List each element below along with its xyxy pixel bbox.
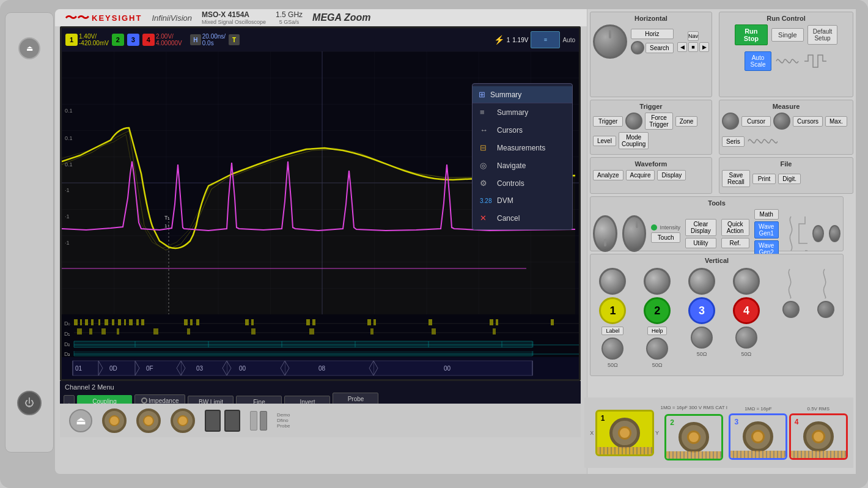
vert-right-knob[interactable] — [782, 301, 800, 318]
usb-port-1[interactable] — [205, 410, 221, 432]
level-button[interactable]: Level — [593, 136, 616, 146]
ch1-pos-knob[interactable] — [601, 338, 623, 360]
zone-button[interactable]: Zone — [675, 116, 698, 127]
trigger-level-knob[interactable] — [625, 113, 642, 130]
intensity-waveform-knob[interactable] — [593, 215, 617, 252]
ch2-input-box[interactable]: 2 — [664, 414, 723, 460]
cursor-btn[interactable]: Cursor — [741, 116, 771, 127]
trigger-button[interactable]: Trigger — [593, 116, 623, 127]
ch1-input-box[interactable]: 1 — [595, 410, 654, 456]
ref-button[interactable]: Ref. — [721, 238, 749, 248]
menu-item-controls[interactable]: ⚙ Controls — [473, 174, 572, 192]
search-button[interactable]: Search — [645, 43, 674, 53]
summary-tab-btn[interactable]: ⊞ Summary — [473, 86, 572, 103]
right-squiggle-2 — [798, 215, 807, 252]
usb-port-2[interactable] — [224, 410, 240, 432]
intensity-grid-knob[interactable] — [622, 215, 647, 252]
ch2-badge[interactable]: 2 — [112, 34, 124, 46]
nav-right-button[interactable]: ▶ — [699, 42, 709, 52]
single-button[interactable]: Single — [771, 28, 804, 42]
bnc-port-3[interactable] — [171, 409, 195, 433]
intensity-green-dot — [651, 224, 657, 231]
horiz-button[interactable]: Horiz — [631, 29, 674, 39]
ch4-input-box[interactable]: 4 — [789, 413, 848, 460]
eject-button[interactable]: ⏏ — [18, 37, 40, 59]
max-btn[interactable]: Max. — [825, 116, 847, 127]
navigate-button[interactable]: Nav — [688, 31, 699, 41]
series-btn[interactable]: Seris — [722, 136, 745, 147]
menu-item-navigate[interactable]: ◎ Navigate — [473, 157, 572, 174]
svg-rect-32 — [367, 319, 371, 325]
ch4-pos-knob[interactable] — [735, 327, 757, 349]
measure-knob[interactable] — [722, 113, 739, 130]
ch3-pos-knob[interactable] — [691, 327, 713, 349]
right-knob-2[interactable] — [829, 225, 840, 242]
ch2-volts-knob[interactable] — [644, 268, 671, 295]
search-knob[interactable] — [631, 41, 644, 54]
ch2-help-button[interactable]: Help — [647, 327, 668, 335]
display-button[interactable]: Display — [657, 170, 686, 180]
ch3-channel-button[interactable]: 3 — [688, 297, 715, 324]
run-stop-button[interactable]: RunStop — [735, 24, 768, 45]
usb-eject-btn[interactable]: ⏏ — [69, 409, 92, 432]
ch1-indicator[interactable]: 1 1.40V/ -420.00mV — [65, 33, 109, 46]
horizontal-main-knob[interactable] — [593, 24, 627, 59]
ch4-bnc[interactable] — [803, 421, 834, 452]
ch2-input-note: 1MΩ = 16pF 300 V RMS CAT I — [660, 405, 727, 411]
trigger-info: ⚡ 1 1.19V ≡ Auto — [494, 31, 575, 48]
ch1-badge[interactable]: 1 — [65, 34, 78, 46]
quick-action-button[interactable]: QuickAction — [721, 219, 749, 236]
vert-squiggle-2 — [817, 268, 833, 298]
digit-button[interactable]: Digit. — [778, 174, 801, 184]
save-recall-button[interactable]: SaveRecall — [722, 170, 750, 187]
math-button[interactable]: Math — [754, 209, 779, 220]
bnc-port-2[interactable] — [136, 409, 161, 433]
demo-port-2 — [260, 411, 267, 431]
default-setup-button[interactable]: DefaultSetup — [807, 25, 838, 45]
probe-label-small: Probe — [277, 423, 290, 429]
ch1-bnc[interactable] — [609, 418, 640, 448]
power-button[interactable]: ⏻ — [17, 391, 42, 415]
menu-item-cancel[interactable]: ✕ Cancel — [473, 209, 572, 227]
ch2-channel-button[interactable]: 2 — [644, 297, 671, 324]
right-knob-1[interactable] — [812, 225, 824, 242]
menu-item-measurements[interactable]: ⊟ Measurements — [473, 139, 572, 157]
nav-left-button[interactable]: ◀ — [677, 42, 687, 52]
vert-right-knob-2[interactable] — [817, 301, 834, 318]
waveform-section: Waveform Analyze Acquire Display — [590, 157, 712, 194]
bnc-port-1[interactable] — [102, 409, 127, 433]
print-button[interactable]: Print — [752, 174, 776, 184]
ch3-bnc[interactable] — [743, 421, 773, 452]
knob-indicator — [609, 30, 611, 39]
ch1-channel-button[interactable]: 1 — [599, 297, 626, 324]
ch3-volts-knob[interactable] — [688, 268, 715, 295]
utility-button[interactable]: Utility — [685, 238, 716, 248]
menu-item-summary[interactable]: ≡ Summary — [473, 103, 572, 121]
clear-display-button[interactable]: ClearDisplay — [685, 219, 716, 236]
svg-text:01: 01 — [75, 365, 83, 372]
ch2-bnc[interactable] — [679, 422, 709, 453]
nav-stop-button[interactable]: ■ — [688, 42, 698, 52]
ch4-badge[interactable]: 4 — [142, 34, 155, 46]
ch3-input-box[interactable]: 3 — [729, 413, 787, 460]
ch4-channel-button[interactable]: 4 — [733, 297, 760, 324]
ch2-pos-knob[interactable] — [646, 338, 668, 360]
summary-screen-button[interactable]: ≡ — [531, 31, 560, 48]
mode-coupling-button[interactable]: ModeCoupling — [619, 132, 649, 149]
analyze-button[interactable]: Analyze — [593, 170, 623, 180]
menu-item-cursors[interactable]: ↔ Cursors — [473, 121, 572, 139]
ch3-badge[interactable]: 3 — [127, 34, 139, 46]
ch4-volts-knob[interactable] — [733, 268, 760, 295]
cursors-btn[interactable]: Cursors — [793, 116, 823, 127]
wave-gen1-button[interactable]: WaveGen1 — [754, 221, 779, 238]
auto-scale-button[interactable]: AutoScale — [745, 51, 771, 71]
touch-button[interactable]: Touch — [651, 232, 680, 243]
ch1-volts-knob[interactable] — [599, 268, 626, 295]
menu-item-dvm[interactable]: 3.28 DVM — [473, 192, 572, 209]
ch4-indicator[interactable]: 4 2.00V/ 4.00000V — [142, 33, 182, 46]
measure-knob-2[interactable] — [773, 113, 790, 130]
acquire-button[interactable]: Acquire — [626, 170, 655, 180]
ch1-label-button[interactable]: Label — [601, 327, 623, 335]
svg-rect-33 — [373, 319, 376, 325]
force-trigger-button[interactable]: ForceTrigger — [645, 113, 672, 130]
